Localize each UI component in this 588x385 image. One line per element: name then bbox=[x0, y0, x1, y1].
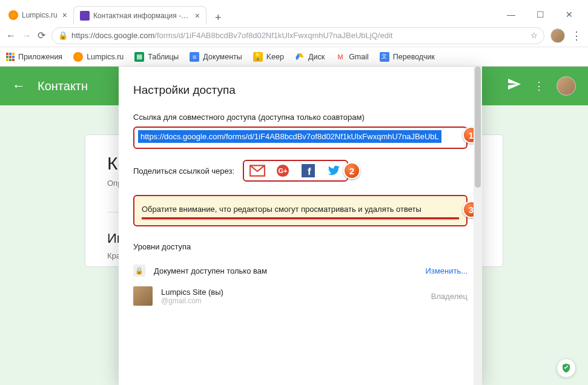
bookmark-lumpics[interactable]: Lumpics.ru bbox=[73, 52, 124, 62]
window-titlebar: Lumpics.ru × Контактная информация - Goo… bbox=[0, 5, 588, 24]
gmail-icon: M bbox=[335, 52, 345, 62]
bookmark-label: Приложения bbox=[18, 53, 62, 61]
orange-icon bbox=[8, 10, 18, 20]
svg-text:f: f bbox=[308, 166, 311, 177]
close-icon[interactable]: × bbox=[195, 11, 200, 21]
sharing-dialog: Настройки доступа Ссылка для совместного… bbox=[119, 67, 482, 385]
bookmark-keep[interactable]: 💡Keep bbox=[253, 52, 284, 62]
lock-icon: 🔒 bbox=[133, 265, 145, 277]
bookmark-drive[interactable]: Диск bbox=[295, 52, 325, 62]
twitter-icon[interactable] bbox=[325, 163, 342, 178]
tab-strip: Lumpics.ru × Контактная информация - Goo… bbox=[2, 5, 495, 24]
address-bar[interactable]: 🔒 https://docs.google.com/forms/d/1iF4AB… bbox=[51, 27, 544, 44]
close-icon[interactable]: × bbox=[62, 10, 67, 20]
bookmark-label: Таблицы bbox=[148, 53, 179, 61]
tab-label: Контактная информация - Goo bbox=[93, 12, 190, 20]
security-badge[interactable] bbox=[557, 358, 576, 378]
new-tab-button[interactable]: + bbox=[211, 12, 225, 24]
browser-tab-2[interactable]: Контактная информация - Goo × bbox=[73, 6, 206, 24]
access-levels-title: Уровни доступа bbox=[133, 242, 467, 251]
bookmark-label: Документы bbox=[203, 53, 242, 61]
back-button[interactable]: ← bbox=[6, 30, 16, 41]
google-plus-icon[interactable]: G+ bbox=[274, 163, 291, 178]
facebook-icon[interactable]: f bbox=[300, 163, 317, 178]
bookmark-apps[interactable]: Приложения bbox=[6, 53, 62, 61]
access-private-row: 🔒 Документ доступен только вам Изменить.… bbox=[133, 260, 467, 281]
bookmark-translate[interactable]: 文Переводчик bbox=[380, 52, 435, 62]
bookmark-docs[interactable]: ≡Документы bbox=[190, 52, 242, 62]
bookmark-label: Диск bbox=[308, 53, 325, 61]
share-via-row: Поделиться ссылкой через: G+ f 2 bbox=[133, 160, 467, 182]
browser-tab-1[interactable]: Lumpics.ru × bbox=[2, 6, 73, 24]
dialog-title: Настройки доступа bbox=[133, 84, 467, 97]
dialog-scrollbar[interactable] bbox=[474, 67, 482, 385]
user-email: @gmail.com bbox=[161, 297, 423, 305]
dialog-overlay: Настройки доступа Ссылка для совместного… bbox=[0, 67, 588, 385]
window-controls: — ☐ ✕ bbox=[495, 10, 586, 19]
url-text: https://docs.google.com/forms/d/1iF4AB8b… bbox=[71, 31, 527, 40]
access-private-text: Документ доступен только вам bbox=[154, 266, 417, 275]
underline-annotation bbox=[142, 217, 459, 219]
scrollbar-thumb[interactable] bbox=[475, 67, 481, 188]
warning-text: Обратите внимание, что редакторы смогут … bbox=[142, 205, 459, 214]
maximize-button[interactable]: ☐ bbox=[531, 10, 549, 19]
owner-label: Владелец bbox=[431, 292, 467, 301]
gmail-icon[interactable] bbox=[249, 163, 266, 178]
keep-icon: 💡 bbox=[253, 52, 263, 62]
bookmarks-bar: Приложения Lumpics.ru ▦Таблицы ≡Документ… bbox=[0, 47, 588, 67]
lock-icon: 🔒 bbox=[58, 31, 68, 40]
sheets-icon: ▦ bbox=[134, 52, 144, 62]
close-button[interactable]: ✕ bbox=[560, 10, 578, 19]
menu-button[interactable]: ⋮ bbox=[571, 29, 582, 42]
bookmark-gmail[interactable]: MGmail bbox=[335, 52, 369, 62]
apps-icon bbox=[6, 53, 15, 61]
reload-button[interactable]: ⟳ bbox=[38, 30, 45, 41]
link-label: Ссылка для совместного доступа (доступна… bbox=[133, 113, 467, 122]
docs-icon: ≡ bbox=[190, 52, 199, 62]
bookmark-sheets[interactable]: ▦Таблицы bbox=[134, 52, 179, 62]
orange-icon bbox=[73, 52, 83, 62]
browser-toolbar: ← → ⟳ 🔒 https://docs.google.com/forms/d/… bbox=[0, 24, 588, 47]
translate-icon: 文 bbox=[380, 52, 389, 62]
bookmark-label: Gmail bbox=[349, 53, 369, 61]
forward-button: → bbox=[22, 30, 31, 41]
bookmark-label: Lumpics.ru bbox=[87, 53, 124, 61]
tab-label: Lumpics.ru bbox=[22, 11, 58, 19]
share-icons-group: G+ f 2 bbox=[243, 160, 348, 182]
share-link-input[interactable]: https://docs.google.com/forms/d/1iF4AB8b… bbox=[138, 130, 441, 143]
warning-box: Обратите внимание, что редакторы смогут … bbox=[133, 195, 467, 226]
drive-icon bbox=[295, 52, 305, 62]
user-avatar-icon bbox=[133, 286, 153, 306]
user-name: Lumpics Site (вы) bbox=[161, 288, 423, 297]
access-user-row: Lumpics Site (вы) @gmail.com Владелец bbox=[133, 281, 467, 311]
minimize-button[interactable]: — bbox=[502, 10, 520, 19]
change-link[interactable]: Изменить... bbox=[426, 266, 467, 275]
svg-text:G+: G+ bbox=[279, 167, 288, 174]
annotation-marker-2: 2 bbox=[343, 162, 360, 179]
share-link-container: https://docs.google.com/forms/d/1iF4AB8b… bbox=[133, 127, 467, 149]
bookmark-label: Переводчик bbox=[393, 53, 435, 61]
share-via-label: Поделиться ссылкой через: bbox=[133, 166, 234, 176]
profile-avatar[interactable] bbox=[550, 28, 565, 43]
shield-icon bbox=[561, 362, 572, 374]
bookmark-label: Keep bbox=[266, 53, 284, 61]
forms-icon bbox=[80, 11, 90, 21]
star-icon[interactable]: ☆ bbox=[530, 31, 538, 40]
